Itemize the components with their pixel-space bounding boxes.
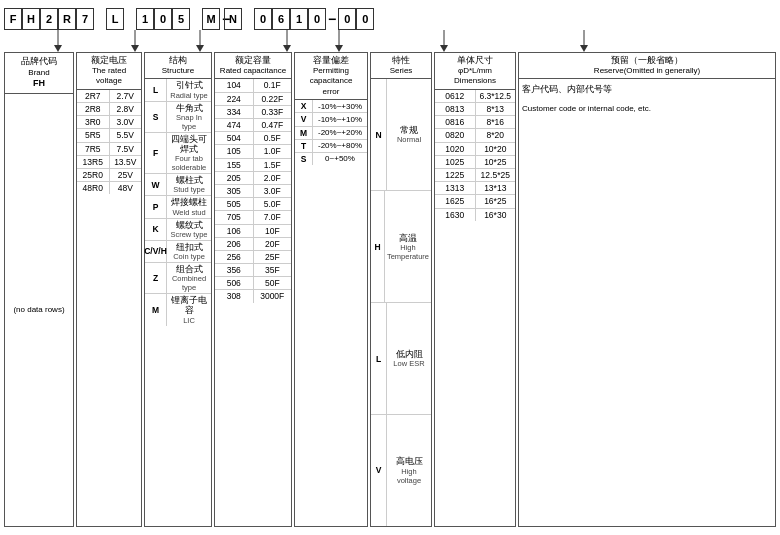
cap-code: 155 xyxy=(215,159,254,171)
cap-code: 224 xyxy=(215,93,254,105)
capacitance-body: 1040.1F2240.22F3340.33F4740.47F5040.5F10… xyxy=(215,79,291,526)
dim-header: 单体尺寸 φD*L/mm Dimensions xyxy=(435,53,515,90)
struct-code: K xyxy=(145,219,167,240)
code-box-d0: 0 xyxy=(254,8,272,30)
cap-value: 20F xyxy=(254,238,292,250)
voltage-value: 7.5V xyxy=(110,143,142,155)
voltage-value: 25V xyxy=(110,169,142,181)
cap-value: 2.0F xyxy=(254,172,292,184)
cap-row: 2052.0F xyxy=(215,172,291,185)
dim-code: 1020 xyxy=(435,143,476,155)
cap-header-en: Rated capacitance xyxy=(216,66,290,76)
code-box-r0b: 0 xyxy=(356,8,374,30)
voltage-code: 5R5 xyxy=(77,129,110,141)
cap-value: 3.0F xyxy=(254,185,292,197)
cap-row: 50650F xyxy=(215,277,291,290)
struct-code: S xyxy=(145,102,167,132)
series-row: L低内阻Low ESR xyxy=(371,303,431,415)
code-box-F: F xyxy=(4,8,22,30)
series-header-zh: 特性 xyxy=(372,55,430,66)
cap-row: 3340.33F xyxy=(215,106,291,119)
structure-row: L引针式Radial type xyxy=(145,79,211,101)
dash2: − xyxy=(326,11,338,27)
dim-row: 06126.3*12.5 xyxy=(435,90,515,103)
struct-code: F xyxy=(145,133,167,173)
tol-header-zh: 容量偏差 xyxy=(296,55,366,66)
code-box-d1: 1 xyxy=(290,8,308,30)
dim-value: 16*30 xyxy=(476,209,516,221)
series-desc: 低内阻Low ESR xyxy=(387,303,431,414)
code-box-0: 0 xyxy=(154,8,172,30)
voltage-code: 2R7 xyxy=(77,90,110,102)
struct-desc: 螺柱式Stud type xyxy=(167,174,211,195)
tol-range: -10%~+10% xyxy=(313,113,367,125)
dim-row: 163016*30 xyxy=(435,209,515,221)
code-box-r0a: 0 xyxy=(338,8,356,30)
voltage-header: 额定电压 The rated voltage xyxy=(77,53,141,90)
series-desc: 高电压High voltage xyxy=(387,415,431,526)
struct-desc: 纽扣式Coin type xyxy=(167,241,211,262)
series-header-en: Series xyxy=(372,66,430,76)
structure-header: 结构 Structure xyxy=(145,53,211,79)
voltage-row: 48R048V xyxy=(77,182,141,194)
tol-range: -20%~+20% xyxy=(313,127,367,139)
dim-value: 10*25 xyxy=(476,156,516,168)
cap-code: 505 xyxy=(215,198,254,210)
dim-row: 08208*20 xyxy=(435,129,515,142)
dim-body: 06126.3*12.508138*1308168*1608208*201020… xyxy=(435,90,515,526)
dim-header-en2: Dimensions xyxy=(436,76,514,86)
brand-header: 品牌代码 Brand FH xyxy=(5,53,73,94)
cap-row: 20620F xyxy=(215,238,291,251)
cap-row: 5055.0F xyxy=(215,198,291,211)
structure-row: M锂离子电容LIC xyxy=(145,294,211,325)
dim-header-zh: 单体尺寸 xyxy=(436,55,514,66)
voltage-row: 5R55.5V xyxy=(77,129,141,142)
cap-value: 7.0F xyxy=(254,211,292,223)
structure-body: L引针式Radial typeS牛角式Snap In typeF四端头可焊式Fo… xyxy=(145,79,211,526)
dim-code: 1313 xyxy=(435,182,476,194)
structure-row: W螺柱式Stud type xyxy=(145,174,211,196)
tol-row: X-10%~+30% xyxy=(295,100,367,113)
cap-row: 1551.5F xyxy=(215,159,291,172)
structure-row: S牛角式Snap In type xyxy=(145,102,211,133)
svg-marker-13 xyxy=(580,45,588,52)
series-code: V xyxy=(371,415,387,526)
cap-row: 3083000F xyxy=(215,290,291,302)
series-desc: 常规Normal xyxy=(387,79,431,190)
dim-code: 1625 xyxy=(435,195,476,207)
cap-value: 25F xyxy=(254,251,292,263)
series-row: H高温High Temperature xyxy=(371,191,431,303)
cap-code: 305 xyxy=(215,185,254,197)
cap-code: 474 xyxy=(215,119,254,131)
tol-header-en3: error xyxy=(296,87,366,97)
voltage-code: 7R5 xyxy=(77,143,110,155)
dim-code: 0820 xyxy=(435,129,476,141)
voltage-value: 2.7V xyxy=(110,90,142,102)
voltage-row: 7R57.5V xyxy=(77,143,141,156)
code-box-R: R xyxy=(58,8,76,30)
cap-value: 0.1F xyxy=(254,79,292,91)
cap-value: 35F xyxy=(254,264,292,276)
cap-code: 106 xyxy=(215,225,254,237)
dim-header-en1: φD*L/mm xyxy=(436,66,514,76)
cap-value: 0.5F xyxy=(254,132,292,144)
struct-desc: 焊接螺柱Weld stud xyxy=(167,196,211,217)
voltage-row: 3R03.0V xyxy=(77,116,141,129)
cap-code: 356 xyxy=(215,264,254,276)
struct-desc: 锂离子电容LIC xyxy=(167,294,211,325)
struct-code: M xyxy=(145,294,167,325)
struct-code: Z xyxy=(145,263,167,293)
tol-code: T xyxy=(295,140,313,152)
code-box-d0b: 0 xyxy=(308,8,326,30)
cap-row: 4740.47F xyxy=(215,119,291,132)
dim-value: 8*13 xyxy=(476,103,516,115)
voltage-value: 13.5V xyxy=(110,156,142,168)
struct-code: L xyxy=(145,79,167,100)
struct-desc: 组合式Combined type xyxy=(167,263,211,293)
tolerance-header: 容量偏差 Permitting capacitance error xyxy=(295,53,367,100)
dim-row: 102510*25 xyxy=(435,156,515,169)
struct-code: W xyxy=(145,174,167,195)
tol-range: 0~+50% xyxy=(313,153,367,165)
series-code: N xyxy=(371,79,387,190)
tol-row: S0~+50% xyxy=(295,153,367,165)
